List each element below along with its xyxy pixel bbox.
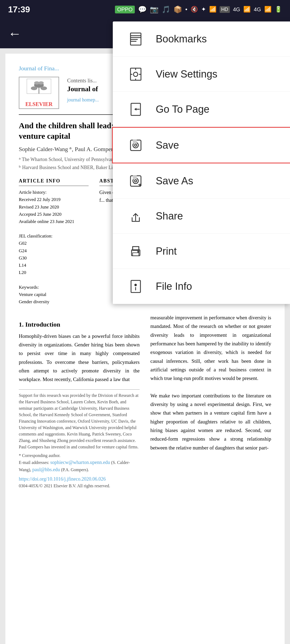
- dot-icon: •: [185, 6, 187, 13]
- svg-point-4: [41, 86, 47, 90]
- signal-icon: 📶: [243, 6, 251, 13]
- bluetooth-icon: ✦: [201, 6, 206, 13]
- svg-rect-32: [131, 280, 140, 292]
- menu-item-share[interactable]: Share: [113, 199, 290, 234]
- menu-item-print[interactable]: Print: [113, 234, 290, 269]
- svg-rect-29: [133, 253, 139, 256]
- body-cols: 1. Introduction Homophily-driven biases …: [19, 313, 271, 489]
- camera-icon: 📷: [150, 5, 158, 14]
- svg-rect-23: [133, 140, 136, 143]
- bookmarks-icon: [126, 30, 145, 48]
- signal-icon2: 📶: [264, 6, 271, 13]
- menu-item-bookmarks[interactable]: Bookmarks: [113, 21, 290, 57]
- status-bar: 17:39 OPPO 💬 📷 🎵 📦 • 🔇 ✦ 📶 HD 4G 📶 4G 📶 …: [0, 0, 290, 19]
- share-label: Share: [156, 210, 183, 222]
- body-text-right: measurable improvement in performance wh…: [150, 313, 271, 452]
- pdf-logo: ELSEVIER: [19, 77, 59, 109]
- hd-badge: HD: [220, 6, 230, 13]
- save-label: Save: [156, 140, 179, 151]
- footnote: Support for this research was provided b…: [19, 389, 140, 489]
- svg-point-6: [38, 81, 44, 85]
- svg-point-26: [135, 180, 137, 182]
- menu-item-save[interactable]: Save: [112, 127, 290, 163]
- view-settings-label: View Settings: [156, 68, 218, 80]
- file-info-icon: [126, 277, 145, 296]
- menu-item-view-settings[interactable]: View Settings: [113, 57, 290, 92]
- view-settings-icon: [126, 65, 145, 83]
- go-to-page-label: Go To Page: [156, 104, 209, 115]
- body-col-right: measurable improvement in performance wh…: [150, 313, 271, 489]
- section1-title: 1. Introduction: [19, 320, 140, 329]
- menu-item-go-to-page[interactable]: Go To Page: [113, 92, 290, 127]
- save-as-icon: [126, 171, 145, 190]
- share-icon: [126, 207, 145, 225]
- 4g-icon2: 4G: [254, 6, 261, 13]
- bookmarks-label: Bookmarks: [156, 33, 207, 45]
- svg-point-3: [31, 86, 37, 90]
- 4g-icon1: 4G: [233, 6, 240, 13]
- body-col-left: 1. Introduction Homophily-driven biases …: [19, 313, 140, 489]
- elsevier-brand: ELSEVIER: [25, 100, 52, 108]
- back-button[interactable]: ←: [8, 26, 21, 41]
- status-icons: OPPO 💬 📷 🎵 📦 • 🔇 ✦ 📶 HD 4G 📶 4G 📶 🔋: [115, 5, 282, 14]
- svg-point-13: [133, 72, 138, 76]
- svg-point-22: [135, 144, 137, 146]
- status-time: 17:39: [8, 5, 30, 14]
- article-info-content: Article history: Received 22 July 2019 R…: [19, 189, 89, 305]
- save-as-label: Save As: [156, 175, 193, 187]
- battery-icon: 🔋: [275, 6, 282, 13]
- svg-point-31: [138, 251, 139, 252]
- print-icon: [126, 242, 145, 261]
- music-icon: 🎵: [162, 5, 170, 14]
- oppo-logo: OPPO: [115, 6, 135, 13]
- corresponding-note: * Corresponding author.: [19, 452, 140, 459]
- svg-point-33: [135, 284, 136, 286]
- file-info-label: File Info: [156, 281, 192, 292]
- message-icon: 💬: [138, 5, 147, 14]
- mute-icon: 🔇: [191, 6, 198, 13]
- email-section: E-mail addresses: sophiecw@wharton.upenn…: [19, 459, 140, 473]
- wifi-icon: 📶: [209, 6, 216, 13]
- copyright: 0304-405X/© 2021 Elsevier B.V. All right…: [19, 483, 140, 489]
- menu-item-file-info[interactable]: File Info: [113, 269, 290, 304]
- context-menu: Bookmarks View Settings Go To Page: [113, 21, 290, 304]
- svg-rect-27: [133, 176, 136, 179]
- doi-link[interactable]: https://doi.org/10.1016/j.jfineco.2020.0…: [19, 476, 106, 482]
- go-to-page-icon: [126, 100, 145, 119]
- save-icon: [126, 136, 145, 155]
- article-info: ARTICLE INFO Article history: Received 2…: [19, 178, 89, 305]
- app-icon: 📦: [173, 5, 182, 14]
- menu-item-save-as[interactable]: Save As: [113, 163, 290, 199]
- article-info-header: ARTICLE INFO: [19, 178, 89, 186]
- body-text-1: Homophily-driven biases can be a powerfu…: [19, 332, 140, 384]
- print-label: Print: [156, 246, 177, 257]
